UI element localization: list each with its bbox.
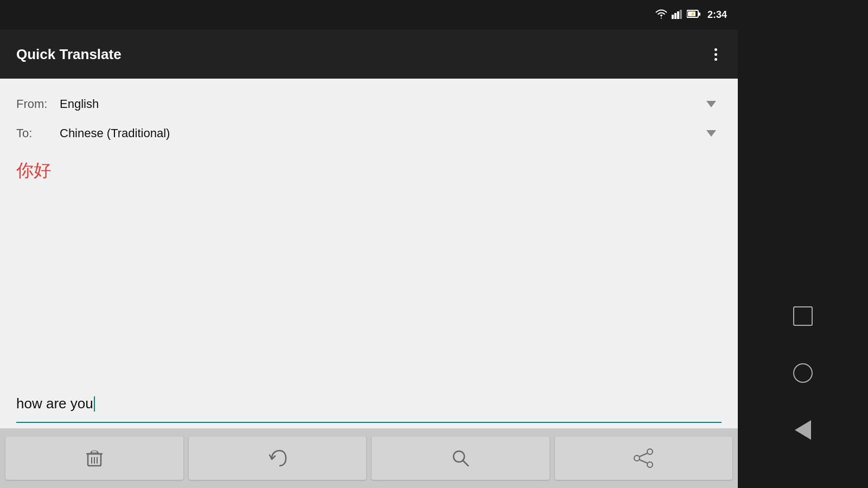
status-time: 2:34 xyxy=(707,9,727,21)
wifi-icon xyxy=(655,9,667,21)
undo-button[interactable] xyxy=(189,436,367,480)
svg-rect-0 xyxy=(672,15,674,19)
svg-line-22 xyxy=(640,453,647,457)
nav-bar xyxy=(738,0,868,488)
svg-rect-3 xyxy=(680,10,682,19)
dot3 xyxy=(714,58,717,61)
square-icon xyxy=(793,306,813,326)
share-icon xyxy=(631,446,655,470)
svg-point-16 xyxy=(92,451,97,453)
input-area: how are you xyxy=(16,213,722,428)
svg-line-18 xyxy=(463,460,468,466)
dot1 xyxy=(714,48,717,51)
to-label: To: xyxy=(16,126,60,140)
svg-line-23 xyxy=(640,460,647,463)
delete-button[interactable] xyxy=(5,436,183,480)
text-cursor xyxy=(94,396,95,412)
app-title: Quick Translate xyxy=(16,46,122,63)
back-button[interactable] xyxy=(788,415,818,445)
home-button[interactable] xyxy=(788,358,818,388)
triangle-icon xyxy=(795,420,811,440)
from-value: English xyxy=(60,97,706,111)
from-dropdown-arrow xyxy=(706,101,716,107)
svg-text:⚡: ⚡ xyxy=(690,11,696,17)
svg-rect-2 xyxy=(677,11,679,19)
to-dropdown-arrow xyxy=(706,130,716,137)
svg-rect-5 xyxy=(699,12,700,16)
bottom-toolbar xyxy=(0,428,738,488)
recent-apps-button[interactable] xyxy=(788,301,818,331)
circle-icon xyxy=(793,363,813,383)
app-toolbar: Quick Translate xyxy=(0,30,738,79)
undo-icon xyxy=(265,446,289,470)
battery-icon: ⚡ xyxy=(687,10,701,21)
search-icon xyxy=(449,446,473,470)
status-bar: ⚡ 2:34 xyxy=(0,0,738,30)
more-menu-button[interactable] xyxy=(710,44,722,65)
input-underline xyxy=(16,422,722,423)
to-language-selector[interactable]: To: Chinese (Traditional) xyxy=(16,119,722,148)
input-text: how are you xyxy=(16,395,93,412)
translation-result: 你好 xyxy=(16,148,722,213)
search-button[interactable] xyxy=(372,436,550,480)
text-input-container[interactable]: how are you xyxy=(16,390,722,422)
from-language-selector[interactable]: From: English xyxy=(16,89,722,119)
main-content: From: English To: Chinese (Traditional) … xyxy=(0,79,738,428)
svg-point-20 xyxy=(634,455,640,461)
phone-area: ⚡ 2:34 Quick Translate From: English To:… xyxy=(0,0,738,488)
to-value: Chinese (Traditional) xyxy=(60,126,706,140)
trash-icon xyxy=(82,446,106,470)
dot2 xyxy=(714,53,717,56)
svg-point-21 xyxy=(647,462,653,467)
from-label: From: xyxy=(16,97,60,111)
translated-text: 你好 xyxy=(16,160,51,180)
signal-icon xyxy=(672,9,682,21)
svg-point-19 xyxy=(647,449,653,454)
svg-rect-1 xyxy=(674,13,676,19)
share-button[interactable] xyxy=(555,436,733,480)
